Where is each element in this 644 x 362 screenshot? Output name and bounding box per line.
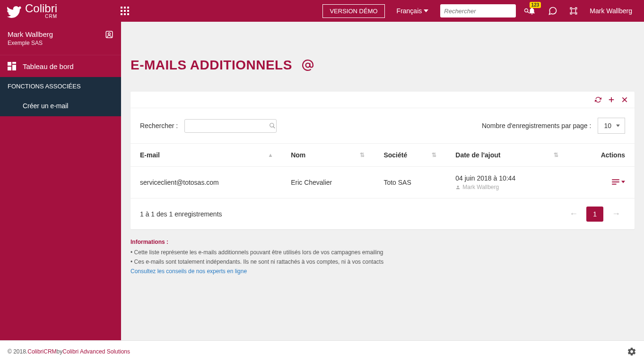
prev-page-button[interactable]: ← [565,206,583,222]
gear-icon [627,347,636,356]
svg-rect-2 [127,7,129,9]
svg-rect-8 [127,13,129,15]
add-button[interactable] [608,96,615,103]
brand-name: Colibri [25,3,57,14]
cell-name: Eric Chevalier [281,167,374,198]
search-icon[interactable] [269,122,276,129]
brand-sub: CRM [25,14,57,19]
notification-badge: 123 [530,2,541,8]
sidebar-user-name: Mark Wallberg [8,30,113,38]
panel-search-row: Rechercher : Nombre d'enregistrements pa… [131,108,635,143]
per-page-control: Nombre d'enregistrements par page : 10 [482,118,625,134]
user-icon [455,185,461,190]
col-email[interactable]: E-mail▴ [131,144,281,167]
sort-asc-icon: ▴ [269,152,272,158]
search-label: Rechercher : [140,122,178,129]
cell-company: Toto SAS [374,167,446,198]
at-icon [302,59,314,71]
date-value: 04 juin 2018 à 10:44 [455,174,558,182]
row-actions-button[interactable] [611,179,625,185]
sort-icon: ⇅ [432,152,436,158]
svg-rect-3 [121,10,122,12]
footer-company-link[interactable]: Colibri Advanced Solutions [62,348,130,355]
per-page-label: Nombre d'enregistrements par page : [482,122,591,129]
svg-rect-14 [8,62,11,66]
vcard-icon[interactable] [105,30,113,39]
fullscreen-icon[interactable] [569,7,578,15]
footer-brand-link[interactable]: ColibriCRM [27,348,56,355]
cell-email: serviceclient@totosas.com [131,167,281,198]
svg-rect-15 [12,62,16,64]
cell-date: 04 juin 2018 à 10:44 Mark Wallberg [446,167,568,198]
table-search-input[interactable] [190,122,269,129]
date-author: Mark Wallberg [455,184,558,190]
apps-icon[interactable] [121,7,129,15]
cell-actions [568,167,635,198]
col-actions: Actions [568,144,635,167]
panel-toolbar [131,92,635,108]
svg-rect-16 [12,65,16,70]
copyright: © 2018. [8,348,27,355]
svg-rect-4 [124,10,126,12]
svg-rect-11 [572,9,576,13]
info-link[interactable]: Consultez les conseils de nos experts en… [131,268,635,275]
svg-rect-7 [124,13,126,15]
sidebar: Mark Wallberg Exemple SAS Tableau de bor… [0,22,121,340]
svg-point-13 [108,33,111,35]
page-number[interactable]: 1 [586,207,603,222]
sort-icon: ⇅ [360,152,365,158]
sidebar-section-header: FONCTIONS ASSOCIÉES [0,77,121,95]
bird-icon [7,4,21,18]
close-button[interactable] [621,96,628,103]
svg-rect-0 [121,7,122,9]
language-label: Français [397,7,422,15]
footer: © 2018. ColibriCRM by Colibri Advanced S… [0,340,644,362]
pagination: ← 1 → [565,206,625,222]
chevron-down-icon [424,9,428,12]
info-block: Informations : • Cette liste représente … [131,239,635,289]
info-line: • Cette liste représente les e-mails add… [131,249,635,256]
col-date[interactable]: Date de l'ajout⇅ [446,144,568,167]
svg-rect-17 [8,67,11,70]
header-search[interactable] [440,4,516,17]
page-title: E-MAILS ADDITIONNELS [131,58,292,73]
username-link[interactable]: Mark Wallberg [590,7,632,15]
emails-panel: Rechercher : Nombre d'enregistrements pa… [131,92,635,229]
logo-area[interactable]: Colibri CRM [7,3,121,19]
footer-by: by [57,348,63,355]
sidebar-company: Exemple SAS [8,40,113,46]
col-name[interactable]: Nom⇅ [281,144,374,167]
col-company[interactable]: Société⇅ [374,144,446,167]
panel-footer: 1 à 1 des 1 enregistrements ← 1 → [131,198,635,229]
settings-button[interactable] [627,347,636,356]
svg-line-24 [273,127,275,129]
inline-search-box[interactable] [184,119,277,133]
demo-button[interactable]: VERSION DÉMO [322,4,384,18]
sidebar-item-dashboard[interactable]: Tableau de bord [0,55,121,77]
header-search-input[interactable] [444,8,524,15]
svg-rect-6 [121,13,122,15]
page-title-wrap: E-MAILS ADDITIONNELS [121,43,644,82]
header: Colibri CRM VERSION DÉMO Français 123 Ma… [0,0,644,22]
sidebar-user-block: Mark Wallberg Exemple SAS [0,22,121,55]
per-page-select[interactable]: 10 [598,118,625,134]
chat-icon[interactable] [548,6,557,16]
svg-rect-1 [124,7,126,9]
main-content: E-MAILS ADDITIONNELS Rechercher : Nombre… [121,43,644,362]
svg-point-18 [306,63,310,68]
next-page-button[interactable]: → [607,206,625,222]
svg-rect-5 [127,10,129,12]
sidebar-item-label: Tableau de bord [23,62,74,70]
refresh-button[interactable] [595,96,601,103]
info-title: Informations : [131,239,635,245]
notifications-button[interactable]: 123 [528,7,536,15]
sidebar-item-create-email[interactable]: Créer un e-mail [0,95,121,116]
language-selector[interactable]: Français [397,7,429,15]
sort-icon: ⇅ [554,152,558,158]
dashboard-icon [8,62,16,70]
inline-search: Rechercher : [140,119,277,133]
emails-table: E-mail▴ Nom⇅ Société⇅ Date de l'ajout⇅ A… [131,143,635,198]
table-row[interactable]: serviceclient@totosas.com Eric Chevalier… [131,167,635,198]
record-count: 1 à 1 des 1 enregistrements [140,210,222,218]
svg-point-23 [270,123,274,127]
